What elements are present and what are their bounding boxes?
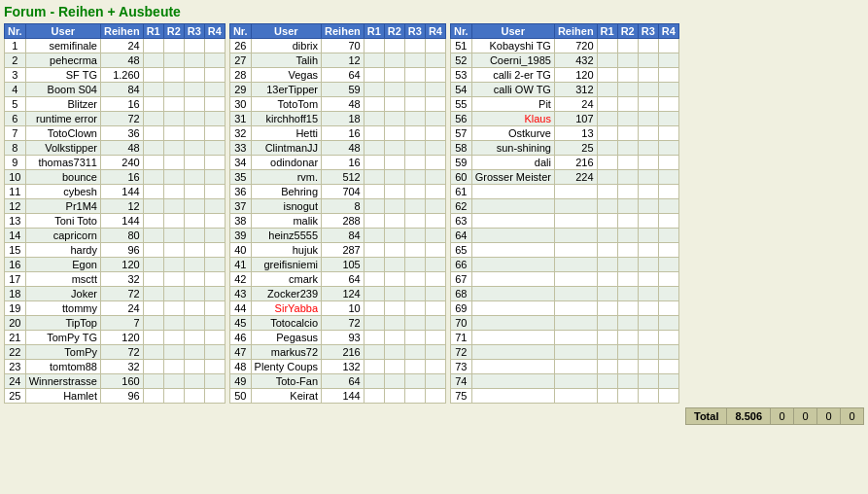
cell-r4 [425, 53, 445, 68]
cell-nr: 52 [450, 53, 471, 68]
cell-reihen: 432 [554, 53, 597, 68]
cell-r2 [617, 243, 638, 258]
cell-user: odindonar [251, 156, 321, 170]
cell-r2 [163, 229, 184, 243]
cell-r1 [597, 185, 617, 199]
cell-r4 [204, 185, 225, 199]
cell-nr: 14 [5, 229, 26, 243]
cell-r4 [204, 229, 225, 243]
cell-user: bounce [25, 170, 100, 185]
table-row: 37isnogut8 [229, 199, 445, 214]
cell-r2 [617, 156, 638, 170]
cell-r3 [184, 68, 204, 83]
cell-r2 [617, 97, 638, 112]
cell-reihen [554, 199, 597, 214]
cell-nr: 69 [450, 301, 471, 316]
cell-r4 [204, 156, 225, 170]
cell-nr: 21 [5, 331, 26, 345]
cell-r3 [638, 185, 658, 199]
table-row: 35rvm.512 [229, 170, 445, 185]
cell-r1 [364, 287, 384, 301]
cell-r3 [184, 141, 204, 156]
col-user-1: User [25, 24, 100, 39]
cell-user [471, 345, 554, 360]
cell-user: 13erTipper [251, 83, 321, 97]
cell-reihen: 32 [100, 272, 143, 287]
cell-r3 [184, 185, 204, 199]
cell-reihen [554, 272, 597, 287]
cell-r4 [425, 374, 445, 389]
cell-user [471, 229, 554, 243]
cell-r1 [143, 68, 163, 83]
cell-reihen: 16 [100, 170, 143, 185]
table-row: 65 [450, 243, 678, 258]
cell-r2 [384, 199, 404, 214]
cell-reihen: 312 [554, 83, 597, 97]
cell-nr: 72 [450, 345, 471, 360]
cell-r3 [638, 287, 658, 301]
cell-nr: 61 [450, 185, 471, 199]
cell-r2 [617, 272, 638, 287]
cell-r4 [658, 374, 678, 389]
cell-nr: 57 [450, 126, 471, 141]
cell-r1 [364, 301, 384, 316]
table-row: 36Behring704 [229, 185, 445, 199]
cell-r3 [638, 389, 658, 404]
col-reihen-1: Reihen [100, 24, 143, 39]
cell-reihen: 16 [322, 156, 365, 170]
cell-r3 [184, 126, 204, 141]
cell-user: greifisniemi [251, 258, 321, 272]
cell-r4 [658, 53, 678, 68]
cell-r4 [425, 345, 445, 360]
cell-user: Pit [471, 97, 554, 112]
cell-r2 [163, 83, 184, 97]
cell-user: calli OW TG [471, 83, 554, 97]
cell-r4 [425, 272, 445, 287]
cell-r3 [184, 112, 204, 126]
cell-r4 [658, 97, 678, 112]
cell-nr: 10 [5, 170, 26, 185]
cell-user: dibrix [251, 39, 321, 53]
cell-r1 [364, 243, 384, 258]
cell-r1 [597, 389, 617, 404]
table-row: 14capricorn80 [5, 229, 226, 243]
cell-r4 [658, 68, 678, 83]
cell-r4 [425, 170, 445, 185]
table-row: 41greifisniemi105 [229, 258, 445, 272]
cell-r2 [163, 112, 184, 126]
cell-r4 [425, 214, 445, 229]
cell-user: pehecrma [25, 53, 100, 68]
footer-table: Total 8.506 0 0 0 0 [685, 407, 864, 425]
cell-r1 [143, 229, 163, 243]
cell-nr: 29 [229, 83, 251, 97]
cell-reihen: 32 [100, 360, 143, 374]
cell-user: ttommy [25, 301, 100, 316]
cell-nr: 45 [229, 316, 251, 331]
table-row: 42cmark64 [229, 272, 445, 287]
col-r4-3: R4 [658, 24, 678, 39]
cell-r1 [143, 83, 163, 97]
table-row: 28Vegas64 [229, 68, 445, 83]
cell-r1 [143, 331, 163, 345]
cell-r4 [204, 258, 225, 272]
cell-reihen [554, 316, 597, 331]
col-r3-2: R3 [404, 24, 425, 39]
cell-r4 [658, 360, 678, 374]
cell-user [471, 301, 554, 316]
table-row: 51Kobayshi TG720 [450, 39, 678, 53]
cell-user: Toto-Fan [251, 374, 321, 389]
col-reihen-2: Reihen [322, 24, 365, 39]
cell-nr: 37 [229, 199, 251, 214]
table-row: 40hujuk287 [229, 243, 445, 258]
cell-r2 [384, 243, 404, 258]
cell-r1 [597, 360, 617, 374]
cell-r3 [404, 97, 425, 112]
cell-r1 [597, 199, 617, 214]
cell-r4 [204, 214, 225, 229]
cell-reihen: 18 [322, 112, 365, 126]
cell-r1 [597, 214, 617, 229]
cell-r3 [404, 141, 425, 156]
col-r1-3: R1 [597, 24, 617, 39]
col-r2-2: R2 [384, 24, 404, 39]
cell-nr: 67 [450, 272, 471, 287]
